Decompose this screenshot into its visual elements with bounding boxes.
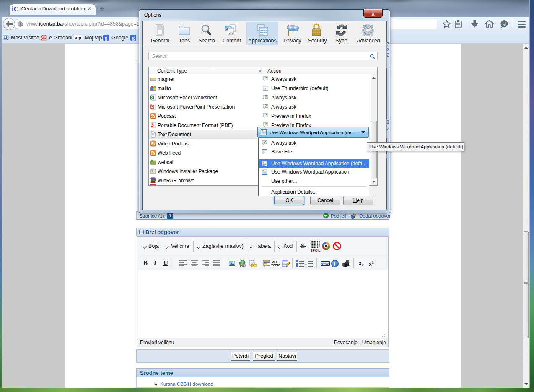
svg-text:OFF: OFF (272, 260, 278, 263)
svg-text:TOPIC: TOPIC (271, 264, 280, 267)
svg-text:3: 3 (305, 265, 306, 267)
svg-text:页: 页 (229, 29, 233, 34)
svg-text:SPOIL: SPOIL (311, 249, 321, 252)
